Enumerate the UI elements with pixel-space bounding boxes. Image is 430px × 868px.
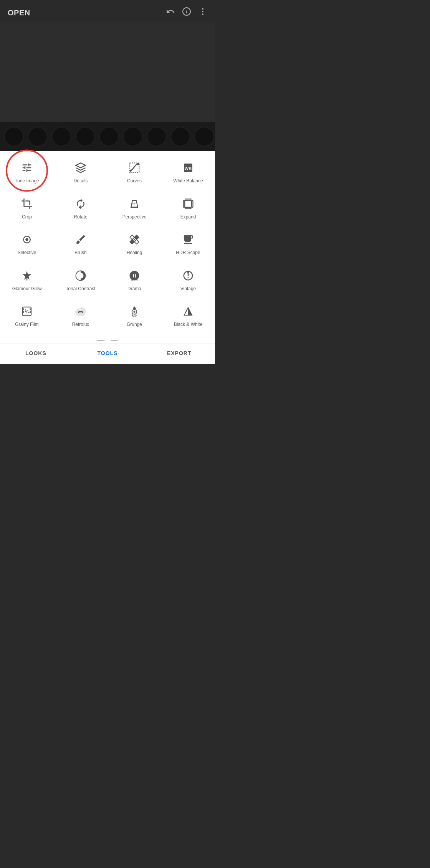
grainy-label: Grainy Film (15, 322, 38, 328)
tool-tonal-contrast[interactable]: Tonal Contrast (54, 263, 108, 299)
filter-item[interactable] (51, 127, 71, 147)
tool-glamour-glow[interactable]: Glamour Glow (0, 263, 54, 299)
top-bar: OPEN i (0, 0, 215, 22)
retrolux-icon (75, 306, 86, 319)
tool-curves[interactable]: Curves (108, 155, 161, 191)
dot (97, 340, 104, 341)
tool-retrolux[interactable]: Retrolux (54, 299, 108, 335)
bw-label: Black & White (174, 322, 203, 328)
svg-point-4 (202, 13, 203, 15)
svg-point-3 (202, 11, 203, 12)
curves-icon (129, 162, 140, 175)
filter-item[interactable] (99, 127, 119, 147)
tool-grunge[interactable]: Grunge (108, 299, 161, 335)
vintage-label: Vintage (180, 286, 196, 292)
filter-item[interactable] (147, 127, 167, 147)
svg-text:i: i (186, 9, 187, 15)
tune-image-label: Tune Image (15, 178, 39, 184)
tool-brush[interactable]: Brush (54, 227, 108, 263)
svg-point-40 (134, 311, 136, 313)
filter-item[interactable] (170, 127, 190, 147)
svg-point-35 (27, 310, 28, 311)
open-button[interactable]: OPEN (8, 8, 30, 17)
filter-item[interactable] (4, 127, 24, 147)
undo-icon[interactable] (166, 7, 175, 18)
svg-text:WB: WB (185, 166, 192, 171)
svg-point-2 (202, 8, 203, 10)
filter-row[interactable] (0, 122, 215, 151)
vintage-icon (182, 270, 194, 283)
nav-export[interactable]: EXPORT (143, 350, 215, 356)
tool-perspective[interactable]: Perspective (108, 191, 161, 227)
crop-icon (21, 198, 33, 211)
grunge-label: Grunge (127, 322, 142, 328)
svg-point-34 (25, 311, 27, 312)
expand-icon (182, 198, 194, 211)
svg-point-45 (134, 308, 135, 309)
tool-drama[interactable]: Drama (108, 263, 161, 299)
tool-white-balance[interactable]: WB White Balance (161, 155, 215, 191)
grunge-icon (129, 306, 140, 319)
top-bar-icons: i (166, 7, 207, 18)
svg-rect-31 (23, 311, 24, 313)
curves-label: Curves (127, 178, 142, 184)
drama-label: Drama (127, 286, 141, 292)
tools-panel: Tune Image Details Curves (0, 151, 215, 364)
svg-point-6 (130, 170, 131, 172)
rotate-label: Rotate (74, 214, 87, 220)
selective-icon (21, 234, 33, 247)
expand-label: Expand (180, 214, 196, 220)
dot (111, 340, 118, 341)
perspective-icon (129, 198, 140, 211)
details-icon (75, 162, 86, 175)
tonal-icon (75, 270, 86, 283)
glamour-icon (21, 270, 33, 283)
healing-icon (129, 234, 140, 247)
filter-item[interactable] (194, 127, 214, 147)
brush-label: Brush (74, 250, 86, 256)
filter-item[interactable] (123, 127, 143, 147)
tool-crop[interactable]: Crop (0, 191, 54, 227)
rotate-icon (75, 198, 86, 211)
tool-vintage[interactable]: Vintage (161, 263, 215, 299)
filter-item[interactable] (28, 127, 48, 147)
divider (0, 335, 215, 344)
nav-tools[interactable]: TOOLS (72, 350, 144, 356)
tool-healing[interactable]: Healing (108, 227, 161, 263)
svg-point-7 (137, 163, 139, 165)
svg-rect-30 (23, 309, 24, 310)
svg-point-46 (135, 308, 136, 309)
tool-hdr-scape[interactable]: HDR Scape (161, 227, 215, 263)
selective-label: Selective (18, 250, 36, 256)
svg-point-36 (26, 312, 28, 314)
info-icon[interactable]: i (182, 7, 191, 18)
grainy-icon (21, 306, 33, 319)
tools-grid: Tune Image Details Curves (0, 155, 215, 335)
svg-point-24 (25, 238, 28, 241)
tool-details[interactable]: Details (54, 155, 108, 191)
tool-grainy-film[interactable]: Grainy Film (0, 299, 54, 335)
tool-black-white[interactable]: Black & White (161, 299, 215, 335)
healing-label: Healing (127, 250, 142, 256)
more-vert-icon[interactable] (198, 7, 207, 18)
tool-rotate[interactable]: Rotate (54, 191, 108, 227)
perspective-label: Perspective (122, 214, 147, 220)
tune-icon (21, 162, 33, 175)
tool-tune-image[interactable]: Tune Image (0, 155, 54, 191)
tool-selective[interactable]: Selective (0, 227, 54, 263)
glamour-label: Glamour Glow (12, 286, 42, 292)
drama-icon (129, 270, 140, 283)
hdr-icon (182, 234, 194, 247)
wb-icon: WB (182, 162, 194, 175)
bottom-nav: LOOKS TOOLS EXPORT (0, 344, 215, 364)
svg-point-38 (25, 309, 26, 311)
svg-rect-14 (185, 200, 192, 207)
nav-looks[interactable]: LOOKS (0, 350, 72, 356)
svg-rect-33 (30, 311, 31, 313)
filter-item[interactable] (75, 127, 95, 147)
svg-point-37 (28, 312, 30, 313)
bw-icon (182, 306, 194, 319)
tool-expand[interactable]: Expand (161, 191, 215, 227)
hdr-label: HDR Scape (176, 250, 200, 256)
wb-label: White Balance (173, 178, 203, 184)
